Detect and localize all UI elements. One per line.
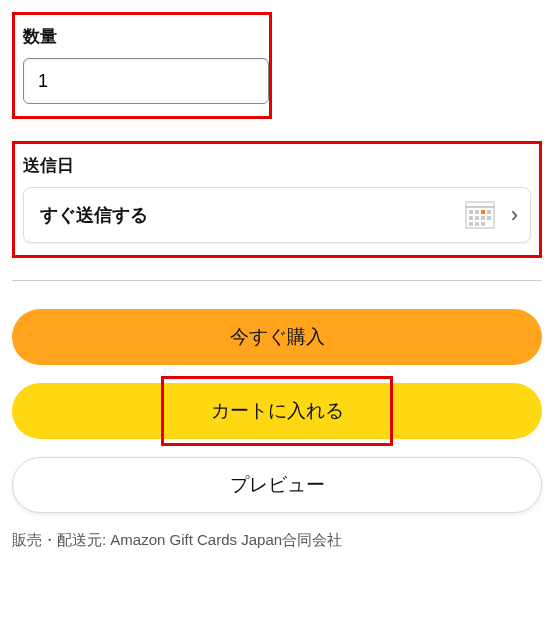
- svg-rect-9: [487, 216, 491, 220]
- send-date-section: 送信日 すぐ送信する ›: [12, 141, 542, 258]
- svg-rect-4: [481, 210, 485, 214]
- calendar-icon: [465, 201, 495, 229]
- divider: [12, 280, 542, 281]
- add-to-cart-label: カートに入れる: [211, 398, 344, 424]
- seller-info: 販売・配送元: Amazon Gift Cards Japan合同会社: [12, 531, 542, 550]
- svg-rect-8: [481, 216, 485, 220]
- svg-rect-12: [481, 222, 485, 226]
- chevron-right-icon: ›: [511, 202, 518, 228]
- svg-rect-2: [469, 210, 473, 214]
- svg-rect-6: [469, 216, 473, 220]
- quantity-label: 数量: [23, 25, 261, 48]
- send-date-selector[interactable]: すぐ送信する ›: [23, 187, 531, 243]
- buy-now-label: 今すぐ購入: [230, 324, 325, 350]
- preview-button[interactable]: プレビュー: [12, 457, 542, 513]
- svg-rect-3: [475, 210, 479, 214]
- svg-rect-0: [466, 202, 494, 207]
- quantity-input[interactable]: [23, 58, 269, 104]
- send-date-value: すぐ送信する: [40, 203, 465, 227]
- buy-now-button[interactable]: 今すぐ購入: [12, 309, 542, 365]
- svg-rect-11: [475, 222, 479, 226]
- svg-rect-5: [487, 210, 491, 214]
- svg-rect-10: [469, 222, 473, 226]
- send-date-label: 送信日: [23, 154, 531, 177]
- quantity-section: 数量: [12, 12, 272, 119]
- add-to-cart-button[interactable]: カートに入れる: [12, 383, 542, 439]
- preview-label: プレビュー: [230, 472, 325, 498]
- svg-rect-7: [475, 216, 479, 220]
